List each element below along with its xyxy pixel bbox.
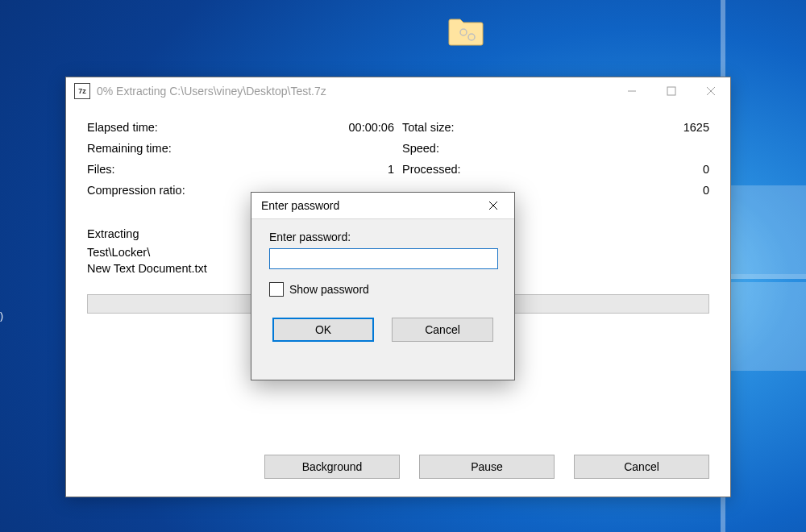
password-input[interactable] [269, 248, 498, 269]
dialog-titlebar[interactable]: Enter password [251, 193, 514, 219]
window-title: 0% Extracting C:\Users\viney\Desktop\Tes… [97, 85, 612, 98]
close-button[interactable] [691, 77, 730, 105]
elapsed-label: Elapsed time: [87, 121, 158, 134]
password-label: Enter password: [269, 231, 496, 243]
background-button[interactable]: Background [264, 455, 400, 479]
desktop-wallpaper: ) 7z 0% Extracting C:\Users\viney\Deskto… [0, 0, 806, 532]
speed-label: Speed: [402, 142, 439, 155]
svg-rect-3 [667, 87, 675, 95]
screen-edge-text: ) [0, 310, 3, 322]
desktop-folder-icon[interactable] [447, 15, 484, 47]
minimize-button[interactable] [612, 77, 651, 105]
pause-button[interactable]: Pause [419, 455, 555, 479]
app-icon: 7z [74, 83, 90, 99]
ok-button[interactable]: OK [272, 318, 374, 342]
processed-value: 0 [703, 163, 709, 176]
close-icon[interactable] [477, 195, 509, 216]
remaining-label: Remaining time: [87, 142, 172, 155]
titlebar[interactable]: 7z 0% Extracting C:\Users\viney\Desktop\… [66, 77, 730, 105]
ratio-label: Compression ratio: [87, 184, 185, 197]
files-label: Files: [87, 163, 115, 176]
cancel-button[interactable]: Cancel [392, 318, 493, 342]
total-value: 1625 [683, 121, 709, 134]
elapsed-value: 00:00:06 [349, 121, 394, 134]
extra-value: 0 [703, 184, 709, 197]
dialog-title: Enter password [261, 199, 477, 212]
show-password-checkbox[interactable] [269, 282, 284, 297]
cancel-button[interactable]: Cancel [574, 455, 709, 479]
password-dialog: Enter password Enter password: Show pass… [251, 192, 515, 380]
maximize-button[interactable] [651, 77, 691, 105]
show-password-label: Show password [289, 283, 369, 296]
processed-label: Processed: [402, 163, 461, 176]
total-label: Total size: [402, 121, 454, 134]
files-value: 1 [388, 163, 394, 176]
